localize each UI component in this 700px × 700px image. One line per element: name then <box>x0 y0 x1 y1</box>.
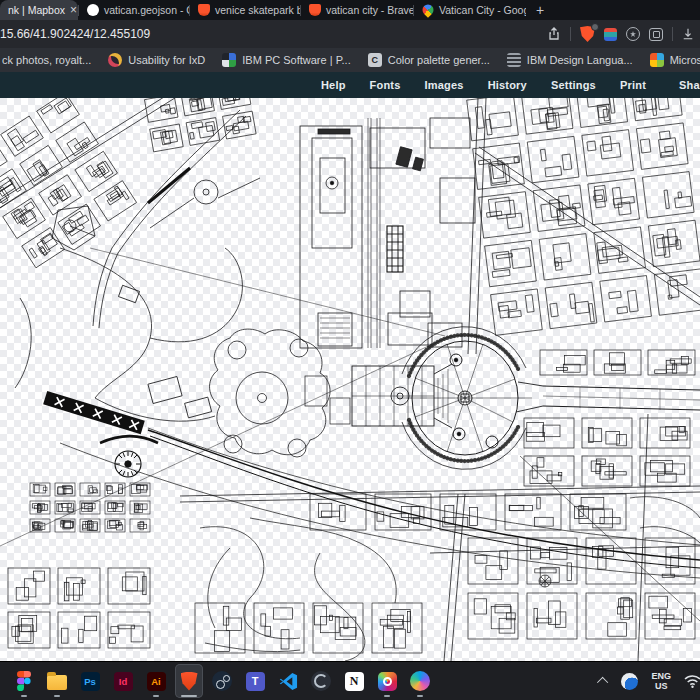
taskbar-steam[interactable] <box>208 664 236 698</box>
download-icon[interactable] <box>682 27 694 41</box>
browser-tab-strip: nk | Mapbox × vatican.geojson - GitHub v… <box>0 0 700 20</box>
photoshop-icon: Ps <box>80 671 101 692</box>
taskbar-copilot[interactable] <box>406 664 434 698</box>
bookmark-label: Color palette gener... <box>388 54 490 66</box>
tab-label: nk | Mapbox <box>8 4 65 16</box>
tab-label: venice skatepark blueprints - B <box>215 4 300 16</box>
divider <box>672 27 673 41</box>
tab-mapbox[interactable]: nk | Mapbox × <box>0 0 78 20</box>
bookmark-usability-ixd[interactable]: Usability for IxD <box>108 53 205 67</box>
tray-cloud-icon[interactable] <box>621 673 638 690</box>
bookmark-favicon <box>108 53 122 67</box>
bookmark-label: ck photos, royalt... <box>2 54 91 66</box>
notion-icon: N <box>344 671 365 692</box>
windows-taskbar: Ps Id Ai T <box>0 661 700 700</box>
share-icon[interactable] <box>547 27 561 41</box>
bookmark-stock-photos[interactable]: ck photos, royalt... <box>2 54 91 66</box>
address-bar[interactable]: 15.66/41.902424/12.455109 <box>0 27 539 41</box>
menu-history[interactable]: History <box>488 79 527 91</box>
sunburst-fountain <box>115 451 141 477</box>
bookmark-ibm-design[interactable]: IBM Design Langua... <box>507 53 633 67</box>
shield-badge <box>591 23 599 31</box>
taskbar-photoshop[interactable]: Ps <box>76 664 104 698</box>
new-tab-button[interactable]: + <box>526 2 554 18</box>
menu-help[interactable]: Help <box>321 79 346 91</box>
tab-label: vatican.geojson - GitHub <box>104 4 189 16</box>
divider <box>570 27 571 41</box>
menu-settings[interactable]: Settings <box>551 79 596 91</box>
menu-share-label: Share <box>679 79 700 91</box>
taskbar-file-explorer[interactable] <box>43 664 71 698</box>
menu-print[interactable]: Print <box>620 79 646 91</box>
taskbar-sphere-app[interactable] <box>307 664 335 698</box>
copilot-icon <box>410 671 431 692</box>
map-viewport <box>0 98 700 661</box>
tab-close-icon[interactable]: × <box>70 3 77 17</box>
map-canvas[interactable] <box>0 98 700 661</box>
photos-icon <box>377 671 398 692</box>
tab-brave-search-1[interactable]: venice skatepark blueprints - B <box>190 0 300 20</box>
browser-toolbar: 15.66/41.902424/12.455109 <box>0 20 700 48</box>
bookmark-label: IBM PC Software | P... <box>242 54 350 66</box>
taskbar-illustrator[interactable]: Ai <box>142 664 170 698</box>
tray-wifi-icon[interactable] <box>684 674 700 688</box>
brave-icon <box>179 671 200 692</box>
extension-box-icon[interactable] <box>649 28 663 41</box>
menu-share[interactable]: Share <box>674 78 700 92</box>
brave-icon <box>309 4 321 16</box>
menu-fonts[interactable]: Fonts <box>370 79 401 91</box>
brave-shield-icon[interactable] <box>580 26 595 42</box>
taskbar-brave[interactable] <box>175 664 203 698</box>
tab-github[interactable]: vatican.geojson - GitHub <box>79 0 189 20</box>
bookmark-label: Usability for IxD <box>128 54 205 66</box>
taskbar-notion[interactable]: N <box>340 664 368 698</box>
transparency-checker <box>0 98 700 661</box>
tray-language-switcher[interactable]: ENG US <box>651 671 671 691</box>
bookmark-favicon <box>507 53 521 67</box>
bookmark-label: IBM Design Langua... <box>527 54 633 66</box>
bookmark-microsoft-windows[interactable]: Microsoft Windows... <box>650 53 700 67</box>
menu-images[interactable]: Images <box>425 79 464 91</box>
sphere-app-icon <box>311 671 332 692</box>
teams-icon: T <box>245 671 266 692</box>
indesign-icon: Id <box>113 671 134 692</box>
tab-brave-search-2[interactable]: vatican city - Brave Search <box>301 0 413 20</box>
bookmarks-bar: ck photos, royalt... Usability for IxD I… <box>0 48 700 72</box>
taskbar-indesign[interactable]: Id <box>109 664 137 698</box>
extension-star-icon[interactable] <box>626 27 640 41</box>
tab-google-maps[interactable]: Vatican City - Google Maps <box>414 0 526 20</box>
bookmark-label: Microsoft Windows... <box>670 54 700 66</box>
file-explorer-icon <box>47 671 68 692</box>
taskbar-teams[interactable]: T <box>241 664 269 698</box>
bookmark-ibm-pc-software[interactable]: IBM PC Software | P... <box>222 53 350 67</box>
bookmark-favicon <box>650 53 664 67</box>
steam-icon <box>212 671 233 692</box>
map-app-header: Help Fonts Images History Settings Print… <box>0 72 700 98</box>
taskbar-photos[interactable] <box>373 664 401 698</box>
github-icon <box>87 4 99 16</box>
bookmark-favicon: C <box>368 53 382 67</box>
tray-chevron-up-icon[interactable] <box>597 677 608 688</box>
tab-label: vatican city - Brave Search <box>326 4 413 16</box>
bookmark-color-palette[interactable]: C Color palette gener... <box>368 53 490 67</box>
vscode-icon <box>278 671 299 692</box>
extension-palette-icon[interactable] <box>604 28 617 41</box>
taskbar-vscode[interactable] <box>274 664 302 698</box>
illustrator-icon: Ai <box>146 671 167 692</box>
brave-icon <box>198 4 210 16</box>
google-maps-pin-icon <box>420 2 436 18</box>
tab-label: Vatican City - Google Maps <box>439 4 526 16</box>
figma-icon <box>14 671 35 692</box>
bookmark-favicon <box>222 53 236 67</box>
taskbar-figma[interactable] <box>10 664 38 698</box>
